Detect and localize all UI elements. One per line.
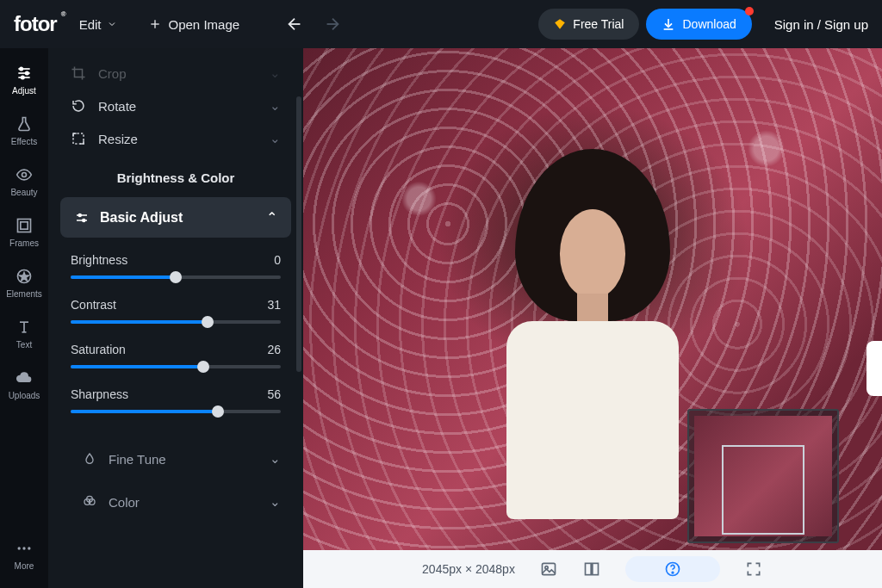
sub-fine-tune[interactable]: Fine Tune ⌄ xyxy=(48,437,303,480)
svg-point-10 xyxy=(20,67,22,70)
chevron-down-icon: ⌄ xyxy=(270,131,281,146)
rail-label: Adjust xyxy=(12,86,36,96)
rail-label: Beauty xyxy=(10,188,37,197)
rail-adjust[interactable]: Adjust xyxy=(0,57,48,102)
navigator-minimap[interactable] xyxy=(687,409,839,543)
rail-label: Frames xyxy=(9,238,39,248)
tool-crop[interactable]: Crop ⌄ xyxy=(48,57,303,90)
accordion-label: Basic Adjust xyxy=(100,210,183,226)
rail-beauty[interactable]: Beauty xyxy=(0,158,48,204)
resize-icon xyxy=(71,131,86,146)
svg-point-12 xyxy=(22,76,24,78)
original-toggle[interactable] xyxy=(539,560,558,579)
history-nav xyxy=(281,10,346,38)
notification-dot xyxy=(745,7,754,15)
slider-saturation[interactable]: Saturation26 xyxy=(71,343,281,368)
open-image-button[interactable]: Open Image xyxy=(148,17,240,32)
slider-value: 26 xyxy=(267,343,281,356)
sub-color[interactable]: Color ⌄ xyxy=(48,480,303,523)
help-button[interactable] xyxy=(625,556,720,582)
top-bar: fotor® Edit Open Image Free Trial Downlo… xyxy=(0,0,882,48)
chevron-down-icon: ⌄ xyxy=(270,451,281,467)
svg-rect-24 xyxy=(73,133,84,144)
eye-icon xyxy=(15,165,34,184)
crop-icon xyxy=(71,65,86,81)
svg-rect-14 xyxy=(18,220,31,232)
rail-more[interactable]: More xyxy=(0,532,48,578)
logo-text: fotor xyxy=(14,12,57,35)
svg-rect-35 xyxy=(593,563,599,574)
rail-text[interactable]: Text xyxy=(0,311,48,356)
text-icon xyxy=(15,318,34,337)
slider-label: Saturation xyxy=(71,343,126,356)
image-icon xyxy=(540,560,557,578)
image-subject xyxy=(481,149,705,511)
diamond-icon xyxy=(554,18,566,30)
slider-track[interactable] xyxy=(71,410,281,413)
svg-point-27 xyxy=(78,214,81,216)
fullscreen-icon xyxy=(745,560,762,578)
download-button[interactable]: Download xyxy=(646,9,751,40)
plus-icon xyxy=(148,17,162,31)
rail-frames[interactable]: Frames xyxy=(0,209,48,255)
panel-scrollbar[interactable] xyxy=(296,96,301,372)
slider-contrast[interactable]: Contrast31 xyxy=(71,298,281,324)
flask-icon xyxy=(15,115,34,133)
chevron-down-icon: ⌄ xyxy=(270,98,281,114)
rail-elements[interactable]: Elements xyxy=(0,260,48,306)
right-drawer-handle[interactable] xyxy=(866,341,882,396)
tool-label: Rotate xyxy=(98,99,136,114)
redo-button[interactable] xyxy=(319,10,346,38)
undo-button[interactable] xyxy=(281,10,308,38)
slider-brightness[interactable]: Brightness0 xyxy=(71,253,281,279)
edit-menu[interactable]: Edit xyxy=(79,17,117,32)
canvas-area[interactable] xyxy=(303,48,882,550)
arrow-right-icon xyxy=(323,15,342,34)
navigator-viewport[interactable] xyxy=(722,445,804,535)
slider-track[interactable] xyxy=(71,275,281,279)
rail-label: Text xyxy=(16,340,32,350)
slider-value: 0 xyxy=(274,253,281,267)
svg-rect-32 xyxy=(542,563,555,574)
svg-point-23 xyxy=(28,547,30,549)
free-trial-button[interactable]: Free Trial xyxy=(538,9,639,40)
free-trial-label: Free Trial xyxy=(573,17,624,31)
adjust-panel: Crop ⌄ Rotate ⌄ Resize ⌄ Brightness & Co… xyxy=(48,48,303,588)
tool-rotate[interactable]: Rotate ⌄ xyxy=(48,90,303,122)
rotate-icon xyxy=(71,98,86,114)
tool-resize[interactable]: Resize ⌄ xyxy=(48,122,303,155)
chevron-up-icon: ⌃ xyxy=(266,209,277,226)
slider-track[interactable] xyxy=(71,320,281,324)
slider-sharpness[interactable]: Sharpness56 xyxy=(71,387,281,413)
svg-point-21 xyxy=(18,547,21,549)
tool-label: Crop xyxy=(98,66,127,81)
chevron-down-icon xyxy=(107,19,117,29)
cloud-icon xyxy=(15,368,34,387)
logo[interactable]: fotor® xyxy=(14,12,57,36)
basic-adjust-accordion[interactable]: Basic Adjust ⌃ xyxy=(60,197,291,238)
svg-point-37 xyxy=(672,572,674,573)
auth-link[interactable]: Sign in / Sign up xyxy=(774,17,868,32)
svg-marker-4 xyxy=(556,19,566,29)
svg-point-22 xyxy=(22,547,25,549)
rail-effects[interactable]: Effects xyxy=(0,108,48,153)
svg-point-28 xyxy=(83,219,85,221)
slider-track[interactable] xyxy=(71,365,281,368)
chevron-down-icon: ⌄ xyxy=(270,494,281,510)
palette-icon xyxy=(83,495,96,509)
sliders-icon xyxy=(15,64,34,83)
slider-value: 56 xyxy=(267,387,281,401)
status-bar: 2045px × 2048px xyxy=(303,550,882,588)
rail-uploads[interactable]: Uploads xyxy=(0,362,48,407)
svg-marker-17 xyxy=(20,273,28,281)
star-icon xyxy=(15,267,34,286)
slider-value: 31 xyxy=(267,298,281,312)
svg-point-11 xyxy=(26,71,28,74)
svg-rect-15 xyxy=(21,222,28,229)
compare-toggle[interactable] xyxy=(582,560,601,579)
tool-label: Resize xyxy=(98,132,138,146)
image-dimensions: 2045px × 2048px xyxy=(422,562,515,576)
svg-rect-34 xyxy=(585,563,591,574)
fullscreen-button[interactable] xyxy=(744,560,763,579)
chevron-down-icon: ⌄ xyxy=(270,65,281,81)
